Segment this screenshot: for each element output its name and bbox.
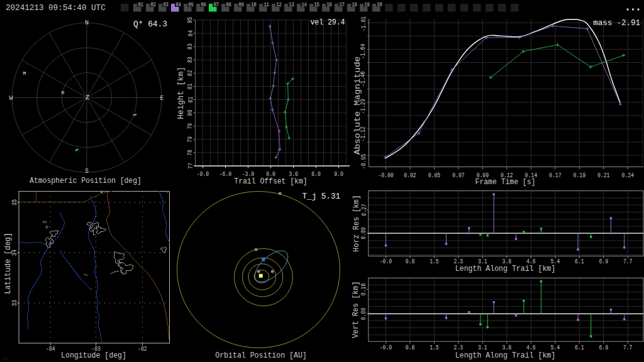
svg-text:-6.0: -6.0: [219, 170, 232, 178]
svg-text:08: 08: [226, 2, 231, 8]
svg-text:33: 33: [10, 300, 18, 306]
svg-text:0.21: 0.21: [597, 171, 610, 179]
svg-text:-0.0: -0.0: [380, 257, 392, 265]
svg-text:-0.00: -0.00: [378, 171, 393, 179]
svg-text:80: 80: [186, 110, 194, 116]
svg-text:05: 05: [188, 2, 193, 8]
svg-text:01: 01: [138, 2, 143, 8]
svg-text:08: 08: [43, 220, 47, 224]
svg-text:6.1: 6.1: [575, 343, 584, 351]
svg-text:83: 83: [186, 43, 194, 50]
svg-text:20: 20: [377, 2, 382, 8]
svg-text:16: 16: [326, 2, 331, 8]
svg-text:1.5: 1.5: [430, 343, 439, 351]
svg-text:13: 13: [289, 2, 294, 8]
svg-text:83: 83: [186, 57, 194, 63]
svg-text:-84: -84: [46, 344, 55, 353]
svg-text:Absolute Magnitude: Absolute Magnitude: [353, 57, 362, 155]
svg-text:85: 85: [186, 17, 194, 23]
svg-text:6.9: 6.9: [599, 343, 608, 351]
svg-text:W: W: [9, 95, 13, 102]
svg-text:06: 06: [201, 2, 206, 8]
svg-text:79: 79: [186, 123, 194, 129]
svg-text:0.8: 0.8: [406, 343, 415, 351]
svg-text:Q* 64.3: Q* 64.3: [133, 20, 167, 29]
svg-text:Trail Offset [km]: Trail Offset [km]: [234, 177, 307, 186]
svg-text:35: 35: [10, 199, 18, 206]
svg-text:02: 02: [150, 2, 155, 8]
svg-text:Length Along Trail [km]: Length Along Trail [km]: [455, 264, 555, 273]
svg-text:pjw: pjw: [3, 357, 8, 360]
svg-text:S: S: [85, 168, 89, 175]
svg-text:9.0: 9.0: [334, 170, 343, 178]
svg-text:Length Along Trail [km]: Length Along Trail [km]: [455, 351, 555, 360]
svg-text:0.19: 0.19: [574, 171, 586, 179]
svg-text:03: 03: [163, 2, 168, 8]
svg-text:-1.81: -1.81: [359, 16, 367, 31]
svg-text:79: 79: [186, 136, 194, 143]
svg-text:7.7: 7.7: [623, 257, 633, 265]
svg-text:0.17: 0.17: [549, 171, 562, 179]
svg-text:mass -2.91: mass -2.91: [593, 19, 640, 28]
svg-text:0.07: 0.07: [452, 171, 465, 179]
svg-text:0.02: 0.02: [404, 171, 416, 179]
svg-text:N: N: [85, 19, 89, 26]
svg-text:0.8: 0.8: [406, 257, 415, 265]
svg-text:1.5: 1.5: [430, 257, 439, 265]
svg-text:Orbital Position [AU]: Orbital Position [AU]: [215, 351, 307, 360]
svg-text:-0.0: -0.0: [380, 343, 392, 351]
svg-text:6.9: 6.9: [599, 257, 608, 265]
svg-text:11: 11: [264, 2, 269, 8]
svg-text:Z: Z: [86, 94, 89, 101]
svg-text:15: 15: [314, 2, 319, 8]
svg-text:14: 14: [301, 2, 306, 8]
svg-text:T_j 5.31: T_j 5.31: [303, 192, 340, 201]
svg-text:Height [km]: Height [km]: [176, 67, 186, 119]
svg-text:77: 77: [186, 163, 194, 169]
svg-text:84: 84: [186, 30, 194, 36]
svg-text:0.05: 0.05: [428, 171, 441, 179]
svg-text:78: 78: [186, 150, 194, 156]
svg-text:-9.0: -9.0: [197, 170, 209, 178]
svg-text:7.7: 7.7: [623, 343, 633, 351]
svg-text:04: 04: [175, 2, 180, 8]
svg-text:20241213 09:54:40 UTC: 20241213 09:54:40 UTC: [6, 4, 106, 13]
svg-text:vel 29.4: vel 29.4: [311, 18, 345, 27]
svg-text:Longitude [deg]: Longitude [deg]: [61, 351, 126, 360]
svg-text:07: 07: [213, 2, 218, 8]
svg-text:Vert Res [km]: Vert Res [km]: [352, 282, 361, 339]
svg-text:6.1: 6.1: [575, 257, 584, 265]
svg-text:M: M: [23, 70, 26, 76]
svg-text:R: R: [62, 90, 65, 96]
svg-text:Latitude [deg]: Latitude [deg]: [3, 233, 13, 294]
svg-text:-0.95: -0.95: [359, 154, 367, 169]
svg-text:6.0: 6.0: [311, 170, 321, 178]
svg-text:82: 82: [186, 70, 194, 76]
svg-text:17: 17: [339, 2, 344, 8]
svg-text:E: E: [160, 95, 164, 102]
svg-text:19: 19: [364, 2, 369, 8]
svg-text:09: 09: [238, 2, 243, 8]
svg-text:12: 12: [276, 2, 281, 8]
svg-text:18: 18: [352, 2, 357, 8]
svg-text:0.24: 0.24: [621, 171, 634, 179]
svg-text:-82: -82: [138, 344, 147, 353]
svg-text:Horz Res [km]: Horz Res [km]: [352, 195, 361, 252]
svg-text:81: 81: [186, 83, 194, 89]
svg-text:81: 81: [186, 97, 194, 103]
svg-text:Frame Time [s]: Frame Time [s]: [475, 177, 536, 187]
svg-text:10: 10: [251, 2, 256, 8]
svg-text:Atmospheric Position [deg]: Atmospheric Position [deg]: [30, 176, 142, 185]
